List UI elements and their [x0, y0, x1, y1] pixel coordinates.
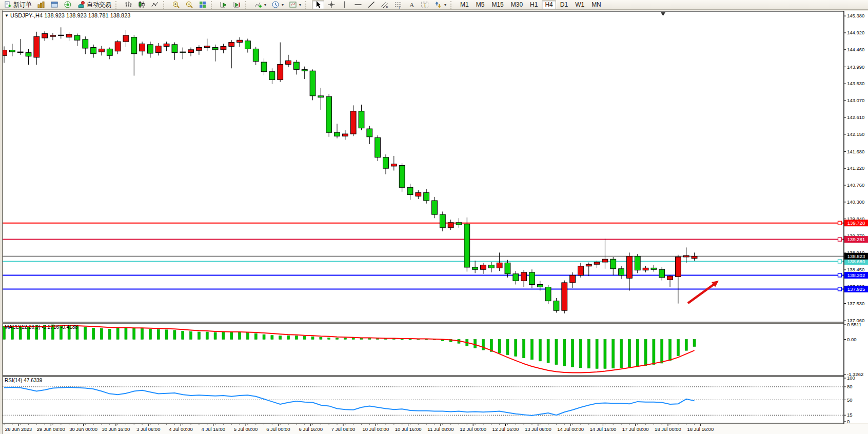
candle-up	[521, 272, 527, 281]
autotrading-button[interactable]: 自动交易	[75, 1, 113, 9]
timeframe-mn[interactable]: MN	[588, 1, 604, 9]
time-axis-label: 10 Jul 00:00	[362, 426, 389, 432]
cursor-button[interactable]	[312, 1, 324, 9]
timeframe-h4-label: H4	[545, 1, 553, 8]
timeframe-h1[interactable]: H1	[527, 1, 541, 9]
rsi-axis-label: 0	[847, 419, 850, 424]
candle-down	[367, 129, 372, 137]
candle-up	[123, 35, 129, 42]
channel-icon: E	[381, 1, 389, 9]
bar-chart-button[interactable]	[122, 1, 134, 9]
chart-shift-button[interactable]	[231, 1, 243, 9]
market-watch-icon	[37, 1, 45, 9]
rsi-axis-label: 15	[847, 412, 853, 418]
text-button[interactable]: A	[405, 1, 418, 9]
candle-up	[602, 259, 608, 262]
timeframe-m30[interactable]: M30	[508, 1, 526, 9]
price-tick-label: 143.990	[847, 64, 864, 70]
macd-histogram-bar	[311, 337, 314, 339]
macd-histogram-bar	[409, 339, 411, 340]
hline-handle-138.680[interactable]	[838, 260, 842, 263]
templates-button[interactable]: ▾	[287, 1, 303, 9]
crosshair-button[interactable]	[325, 1, 338, 9]
vertical-line-button[interactable]	[339, 1, 351, 9]
periods-button[interactable]: ▾	[269, 1, 286, 9]
candle-down	[326, 96, 332, 132]
data-window-button[interactable]	[48, 1, 61, 9]
timeframe-m5[interactable]: M5	[473, 1, 488, 9]
hline-handle-139.281[interactable]	[838, 238, 842, 241]
macd-histogram-bar	[579, 339, 582, 367]
time-axis-label: 4 Jul 16:00	[202, 426, 225, 432]
candle-up	[562, 283, 567, 310]
line-chart-button[interactable]	[149, 1, 161, 9]
macd-histogram-bar	[125, 327, 127, 339]
macd-histogram-bar	[44, 325, 46, 340]
candle-down	[464, 224, 470, 267]
macd-histogram-bar	[336, 338, 339, 340]
candle-up	[188, 50, 194, 53]
macd-histogram-bar	[35, 326, 38, 340]
candle-up	[683, 255, 689, 257]
market-watch-button[interactable]	[35, 1, 47, 9]
candle-up	[586, 264, 591, 266]
macd-histogram-bar	[401, 339, 403, 340]
hline-price-label: 138.302	[847, 272, 865, 278]
candlestick-chart-button[interactable]	[135, 1, 148, 9]
hline-handle-139.728[interactable]	[838, 221, 842, 225]
time-axis-label: 12 Jul 00:00	[460, 426, 486, 432]
zoom-in-button[interactable]	[170, 1, 182, 9]
text-label-button[interactable]: T	[419, 1, 431, 9]
time-axis-label: 7 Jul 08:00	[331, 426, 355, 432]
fibonacci-button[interactable]: F	[392, 1, 404, 9]
dropdown-caret-icon[interactable]: ▾	[282, 3, 284, 7]
time-axis-label: 14 Jul 00:00	[557, 426, 584, 432]
auto-scroll-button[interactable]	[218, 1, 230, 9]
dropdown-caret-icon[interactable]: ▾	[444, 3, 446, 7]
tile-windows-button[interactable]	[196, 1, 209, 9]
new-order-button[interactable]: 新订单	[2, 1, 34, 9]
candle-down	[172, 45, 177, 53]
timeframe-d1[interactable]: D1	[557, 1, 571, 9]
macd-histogram-bar	[287, 336, 290, 339]
arrows-button[interactable]: ▾	[432, 1, 448, 9]
candle-down	[107, 49, 112, 55]
shapes-icon	[434, 1, 442, 9]
macd-histogram-bar	[173, 330, 176, 340]
hline-handle-137.925[interactable]	[838, 287, 842, 291]
svg-text:A: A	[409, 1, 415, 9]
hline-handle-138.302[interactable]	[838, 273, 842, 277]
candle-down	[529, 272, 535, 285]
dropdown-caret-icon[interactable]: ▾	[264, 3, 266, 7]
time-axis-label: 18 Jul 16:00	[687, 426, 714, 432]
macd-histogram-bar	[165, 330, 168, 340]
candle-up	[594, 262, 600, 264]
autotrading-button-label: 自动交易	[87, 1, 111, 9]
timeframe-w1[interactable]: W1	[572, 1, 587, 9]
macd-histogram-bar	[377, 339, 379, 340]
time-axis-label: 13 Jul 08:00	[525, 426, 551, 432]
macd-axis-label: 0.5511	[847, 322, 861, 327]
timeframe-m15[interactable]: M15	[488, 1, 506, 9]
navigator-button[interactable]	[62, 1, 74, 9]
macd-histogram-bar	[246, 333, 249, 340]
indicators-button[interactable]: ▾	[252, 1, 268, 9]
timeframe-h4[interactable]: H4	[542, 1, 556, 9]
price-tick-label: 143.070	[847, 97, 864, 103]
candle-down	[375, 137, 381, 157]
horizontal-line-button[interactable]	[352, 1, 364, 9]
macd-histogram-bar	[279, 336, 282, 340]
candle-up	[42, 33, 48, 38]
zoom-out-button[interactable]	[183, 1, 195, 9]
macd-histogram-bar	[76, 326, 78, 340]
price-tick-label: 144.460	[847, 47, 864, 52]
timeframe-m5-label: M5	[476, 1, 485, 8]
dropdown-caret-icon[interactable]: ▾	[299, 3, 301, 7]
candle-down	[554, 301, 559, 311]
channel-button[interactable]: E	[379, 1, 391, 9]
macd-histogram-bar	[206, 332, 208, 339]
timeframe-m1[interactable]: M1	[457, 1, 472, 9]
trendline-button[interactable]	[365, 1, 378, 9]
candle-up	[497, 263, 502, 268]
macd-histogram-bar	[653, 339, 655, 364]
